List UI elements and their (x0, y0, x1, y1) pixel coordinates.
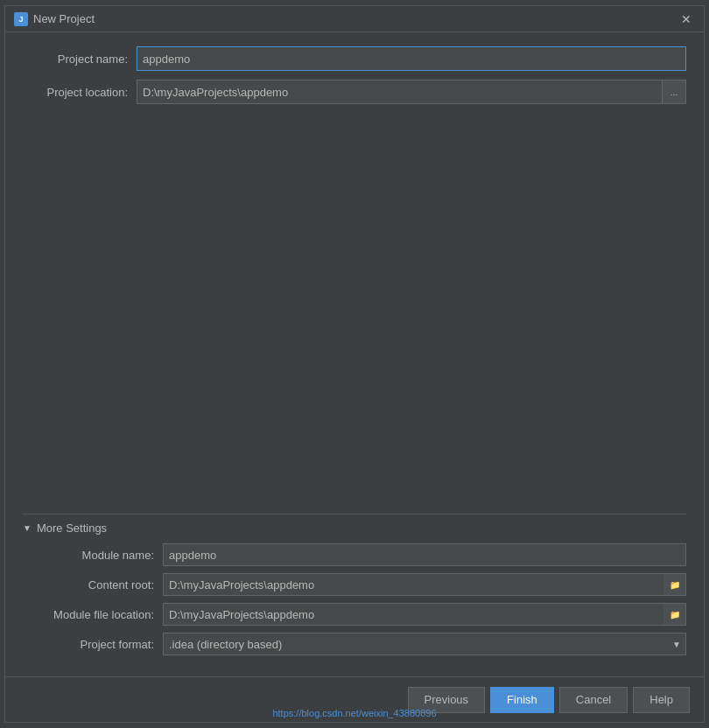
dialog-icon: J (14, 12, 28, 26)
project-name-label: Project name: (23, 52, 137, 66)
module-name-row: Module name: (23, 543, 686, 566)
module-file-location-row: Module file location: 📁 (23, 603, 686, 626)
more-settings-label: More Settings (37, 522, 107, 535)
new-project-dialog: J New Project ✕ Project name: Project lo… (4, 5, 705, 723)
project-location-row: Project location: ... (23, 80, 686, 104)
project-location-label: Project location: (23, 86, 137, 99)
title-bar: J New Project ✕ (5, 6, 704, 32)
project-name-row: Project name: (23, 46, 686, 71)
project-location-browse-button[interactable]: ... (662, 80, 686, 104)
project-location-input[interactable] (137, 80, 662, 104)
close-button[interactable]: ✕ (677, 10, 695, 28)
module-name-input[interactable] (163, 543, 686, 566)
project-format-row: Project format: .idea (directory based) … (23, 633, 686, 655)
dialog-content: Project name: Project location: ... ▼ Mo… (5, 32, 704, 676)
title-bar-left: J New Project (14, 12, 95, 26)
folder-icon-2: 📁 (670, 610, 680, 620)
finish-button[interactable]: Finish (490, 687, 554, 713)
chevron-down-icon: ▼ (23, 523, 32, 533)
folder-icon: 📁 (670, 580, 680, 590)
project-location-field-group: ... (137, 80, 686, 104)
project-name-input[interactable] (137, 46, 686, 71)
help-button[interactable]: Help (633, 687, 690, 713)
module-file-input[interactable] (163, 603, 663, 626)
module-name-label: Module name: (23, 549, 163, 562)
settings-form: Module name: Content root: 📁 Module f (23, 543, 686, 655)
module-file-field-group: 📁 (163, 603, 686, 626)
dialog-footer: https://blog.csdn.net/weixin_43880896 Pr… (5, 676, 704, 722)
cancel-button[interactable]: Cancel (559, 687, 628, 713)
more-settings-toggle[interactable]: ▼ More Settings (23, 522, 686, 535)
dialog-title: New Project (33, 12, 95, 25)
project-format-label: Project format: (23, 638, 163, 651)
content-root-input[interactable] (163, 573, 663, 596)
content-root-browse-button[interactable]: 📁 (663, 573, 686, 596)
project-format-select-wrapper: .idea (directory based) Eclipse (.classp… (163, 633, 686, 655)
module-file-browse-button[interactable]: 📁 (663, 603, 686, 626)
module-file-label: Module file location: (23, 608, 163, 621)
content-root-field-group: 📁 (163, 573, 686, 596)
content-root-label: Content root: (23, 578, 163, 592)
project-format-select[interactable]: .idea (directory based) Eclipse (.classp… (163, 633, 686, 655)
content-root-row: Content root: 📁 (23, 573, 686, 596)
more-settings-section: ▼ More Settings Module name: Content roo… (23, 514, 686, 662)
blog-link[interactable]: https://blog.csdn.net/weixin_43880896 (272, 708, 436, 718)
